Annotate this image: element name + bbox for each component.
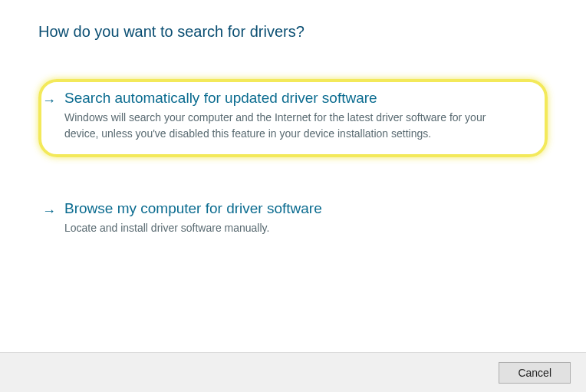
option-search-automatically[interactable]: → Search automatically for updated drive… bbox=[38, 79, 548, 157]
option-browse-computer[interactable]: → Browse my computer for driver software… bbox=[38, 191, 548, 249]
arrow-right-icon: → bbox=[41, 93, 57, 109]
option-title: Browse my computer for driver software bbox=[64, 200, 540, 217]
option-text-wrap: Search automatically for updated driver … bbox=[64, 90, 537, 142]
option-text-wrap: Browse my computer for driver software L… bbox=[64, 200, 540, 236]
option-title: Search automatically for updated driver … bbox=[64, 90, 537, 107]
arrow-right-icon: → bbox=[41, 203, 57, 219]
option-description: Locate and install driver software manua… bbox=[64, 220, 494, 236]
dialog-footer: Cancel bbox=[0, 352, 586, 392]
cancel-button[interactable]: Cancel bbox=[499, 362, 571, 384]
option-description: Windows will search your computer and th… bbox=[64, 110, 494, 142]
page-title: How do you want to search for drivers? bbox=[38, 23, 548, 41]
dialog-content: How do you want to search for drivers? →… bbox=[0, 0, 586, 295]
